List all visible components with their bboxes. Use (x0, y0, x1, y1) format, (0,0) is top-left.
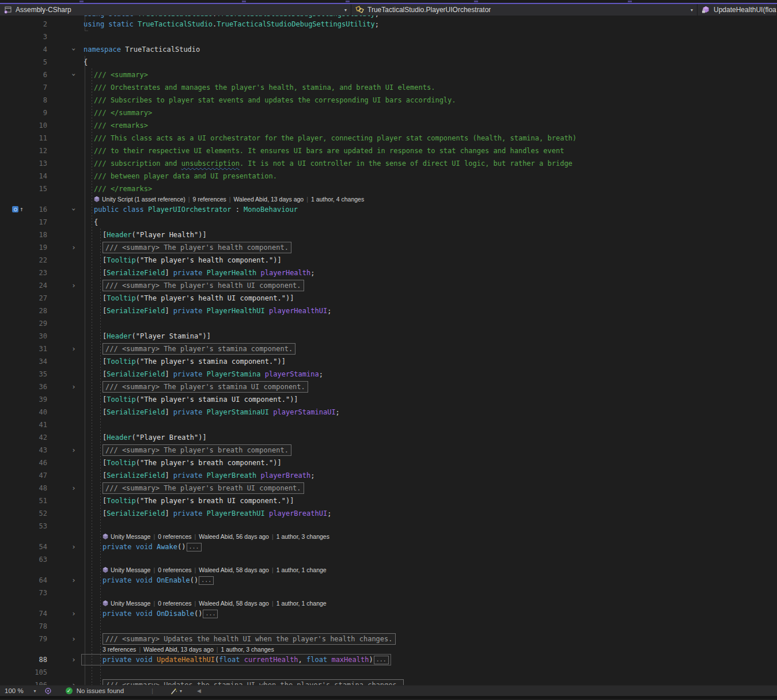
code-line[interactable]: 78 (0, 620, 777, 633)
fold-expand-icon[interactable]: › (71, 541, 76, 553)
code-line[interactable]: 23[SerializeField] private PlayerHealth … (0, 267, 777, 279)
fold-margin[interactable] (47, 216, 84, 229)
code-line[interactable]: 39[Tooltip("The player's stamina UI comp… (0, 393, 777, 406)
fold-margin[interactable]: › (47, 679, 84, 685)
fold-margin[interactable]: › (47, 279, 84, 292)
codelens-content[interactable]: 3 references|Waleed Abid, 13 days ago|1 … (103, 645, 274, 653)
glyph-margin[interactable] (0, 507, 25, 520)
fold-margin[interactable] (47, 553, 84, 566)
code-line-content[interactable]: [SerializeField] private PlayerStamina p… (103, 368, 323, 381)
glyph-margin[interactable] (0, 317, 25, 330)
code-line-content[interactable]: /// This class acts as a UI orchestrator… (94, 132, 577, 144)
line-marker-icon[interactable] (12, 206, 18, 212)
code-line[interactable]: 9/// </summary> (0, 106, 777, 119)
codelens-segment[interactable]: 0 references (158, 600, 191, 607)
fold-margin[interactable]: › (47, 444, 84, 456)
code-line[interactable]: 27[Tooltip("The player's health UI compo… (0, 292, 777, 305)
code-line[interactable]: 12/// to their respective UI elements. I… (0, 144, 777, 157)
glyph-margin[interactable] (0, 305, 25, 317)
code-line-content[interactable]: /// </summary> (94, 106, 152, 119)
code-line[interactable]: 17{ (0, 216, 777, 229)
fold-margin[interactable] (47, 431, 84, 444)
codelens-segment[interactable]: 1 author, 1 change (276, 600, 327, 607)
code-line[interactable]: 35[SerializeField] private PlayerStamina… (0, 368, 777, 381)
collapsed-body-ellipsis[interactable]: ... (187, 543, 202, 551)
glyph-margin[interactable] (0, 666, 25, 679)
fold-margin[interactable] (47, 119, 84, 132)
fold-margin[interactable] (47, 106, 84, 119)
fold-margin[interactable] (47, 532, 84, 541)
code-line-content[interactable]: /// <summary> (94, 69, 148, 81)
code-line-content[interactable]: private void Awake()... (103, 541, 202, 553)
glyph-margin[interactable] (0, 343, 25, 355)
fold-collapse-icon[interactable]: › (67, 207, 80, 212)
fold-margin[interactable]: › (47, 381, 84, 393)
code-line[interactable]: 73 (0, 587, 777, 599)
code-line[interactable]: 51[Tooltip("The player's breath UI compo… (0, 494, 777, 507)
fold-margin[interactable] (47, 456, 84, 469)
project-dropdown[interactable]: # Assembly-CSharp ▾ (0, 4, 351, 16)
codelens-segment[interactable]: 9 references (192, 196, 226, 203)
codelens-segment[interactable]: 1 author, 1 change (276, 566, 327, 573)
code-line[interactable]: 14/// between player data and UI present… (0, 170, 777, 182)
glyph-margin[interactable] (0, 431, 25, 444)
code-line-content[interactable]: /// to their respective UI elements. It … (94, 144, 564, 157)
code-line[interactable]: 24›/// <summary> The player's health UI … (0, 279, 777, 292)
code-line[interactable]: 52[SerializeField] private PlayerBreathU… (0, 507, 777, 520)
code-line-content[interactable]: /// <summary> The player's stamina UI co… (103, 381, 308, 393)
glyph-margin[interactable] (0, 195, 25, 203)
glyph-margin[interactable] (0, 520, 25, 532)
code-line-content[interactable]: /// <summary> The player's health compon… (103, 241, 291, 254)
codelens-content[interactable]: Unity Message|0 references|Waleed Abid, … (103, 532, 329, 541)
code-line[interactable]: 53 (0, 520, 777, 532)
glyph-margin[interactable] (0, 69, 25, 81)
fold-margin[interactable] (47, 144, 84, 157)
code-line-content[interactable]: /// <summary> The player's breath compon… (103, 444, 291, 456)
code-line[interactable]: 106›/// <summary> Updates the stamina UI… (0, 679, 777, 685)
code-line[interactable]: 22[Tooltip("The player's health componen… (0, 254, 777, 267)
code-line[interactable]: 40[SerializeField] private PlayerStamina… (0, 406, 777, 419)
glyph-margin[interactable] (0, 653, 25, 666)
glyph-margin[interactable] (0, 216, 25, 229)
code-line[interactable]: 41 (0, 419, 777, 431)
chevron-down-icon[interactable]: ▾ (344, 7, 347, 13)
collapsed-body-ellipsis[interactable]: ... (203, 610, 218, 618)
collapsed-region[interactable]: /// <summary> Updates the health UI when… (103, 633, 396, 645)
code-line[interactable]: 8/// Subscribes to player stat events an… (0, 94, 777, 106)
code-line-content[interactable]: [Tooltip("The player's health UI compone… (103, 292, 294, 305)
codelens-segment[interactable]: Waleed Abid, 56 days ago (199, 533, 269, 540)
code-line-content[interactable]: [SerializeField] private PlayerBreathUI … (103, 507, 331, 520)
glyph-margin[interactable] (0, 229, 25, 241)
collapsed-body-ellipsis[interactable]: ... (374, 656, 389, 664)
glyph-margin[interactable] (0, 106, 25, 119)
glyph-margin[interactable] (0, 18, 25, 31)
glyph-margin[interactable] (0, 406, 25, 419)
fold-margin[interactable]: › (47, 69, 84, 81)
code-line-content[interactable]: [Tooltip("The player's breath component.… (103, 456, 282, 469)
code-line-content[interactable]: /// Orchestrates and manages the player'… (94, 81, 435, 94)
code-line[interactable]: 6›/// <summary> (0, 69, 777, 81)
fold-margin[interactable]: › (47, 241, 84, 254)
code-line-content[interactable]: [Tooltip("The player's health component.… (103, 254, 282, 267)
code-line[interactable]: 30[Header("Player Stamina")] (0, 330, 777, 343)
fold-expand-icon[interactable]: › (71, 381, 76, 393)
fold-margin[interactable] (47, 507, 84, 520)
fold-collapse-icon[interactable]: › (67, 73, 80, 77)
codelens-segment[interactable]: 3 references (103, 646, 136, 653)
glyph-margin[interactable] (0, 456, 25, 469)
glyph-margin[interactable] (0, 157, 25, 170)
glyph-margin[interactable] (0, 267, 25, 279)
codelens-segment[interactable]: Unity Message (111, 533, 150, 540)
hscroll-left-icon[interactable]: ◀ (197, 688, 201, 694)
collapsed-region[interactable]: /// <summary> The player's stamina UI co… (103, 381, 308, 393)
fold-margin[interactable] (47, 56, 84, 69)
code-line[interactable]: 28[SerializeField] private PlayerHealthU… (0, 305, 777, 317)
collapsed-region[interactable]: /// <summary> The player's breath compon… (103, 444, 291, 456)
fold-margin[interactable]: › (47, 633, 84, 645)
code-line-content[interactable]: [Tooltip("The player's stamina component… (103, 355, 286, 368)
code-line[interactable]: 29 (0, 317, 777, 330)
glyph-margin[interactable] (0, 368, 25, 381)
code-line-content[interactable]: /// Subscribes to player stat events and… (94, 94, 456, 106)
codelens-segment[interactable]: Unity Message (111, 600, 150, 607)
code-line-content[interactable]: /// between player data and UI presentat… (94, 170, 277, 182)
